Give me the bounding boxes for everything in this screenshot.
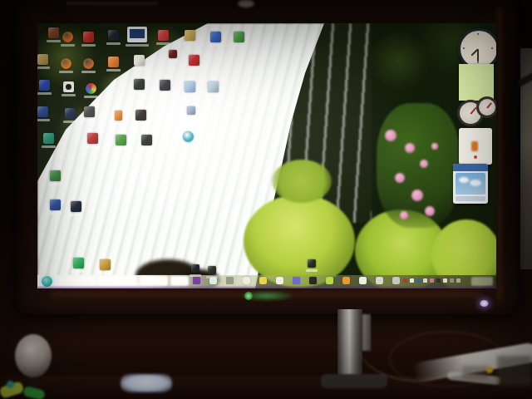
desk-clutter <box>462 366 489 379</box>
taskbar-fringe <box>37 287 496 288</box>
desktop-icon[interactable] <box>73 258 84 268</box>
desktop-icon-label <box>126 44 149 47</box>
desktop-icon[interactable] <box>43 133 54 144</box>
bezel-edge-highlight <box>497 8 502 299</box>
desktop-icon[interactable] <box>63 81 74 92</box>
tray-icon[interactable] <box>436 278 441 283</box>
window-thumbnail <box>130 29 145 38</box>
desktop-icon[interactable] <box>83 32 94 42</box>
weather-forecast-strip <box>456 196 485 201</box>
desktop-icon-label <box>81 44 96 47</box>
desktop-icon[interactable] <box>61 58 71 69</box>
desktop-icon[interactable] <box>116 135 126 145</box>
desktop-icon-label <box>86 145 100 148</box>
meter-needle <box>486 102 492 108</box>
desktop-icon-label <box>106 69 121 71</box>
desktop-icon[interactable] <box>84 106 95 117</box>
monitor-stand-base <box>321 374 387 388</box>
desktop-icon[interactable] <box>187 106 195 115</box>
weather-gadget[interactable] <box>453 164 488 204</box>
desktop-icon[interactable] <box>208 266 216 274</box>
desktop-icon[interactable] <box>108 30 119 41</box>
desktop-icon-label <box>37 119 50 121</box>
desktop-icon[interactable] <box>100 259 111 270</box>
weather-title-bar <box>453 164 488 171</box>
tray-icon[interactable] <box>416 278 421 283</box>
desktop-icon[interactable] <box>115 111 122 121</box>
desktop-icon-label <box>37 92 52 95</box>
desktop-icon-label <box>71 270 86 273</box>
desktop-icon[interactable] <box>37 54 48 65</box>
desktop-icon-label <box>181 144 195 146</box>
desktop-icon-label <box>42 145 56 148</box>
desktop-icon[interactable] <box>210 32 221 42</box>
desktop-icon[interactable] <box>185 30 195 41</box>
desktop-icon[interactable] <box>83 58 94 69</box>
desktop-icon-label <box>158 92 172 95</box>
glossy-object <box>121 374 172 392</box>
desktop-icon[interactable] <box>127 27 147 42</box>
cloud-icon <box>459 177 469 183</box>
desktop-icon[interactable] <box>108 57 119 67</box>
clock-tick <box>477 62 479 63</box>
desktop-icon[interactable] <box>141 135 152 145</box>
desktop-icon[interactable] <box>39 80 50 91</box>
tray-icon[interactable] <box>456 278 461 283</box>
monitor-logo-icon <box>244 292 253 300</box>
taskbar-clock[interactable] <box>471 277 493 286</box>
desktop-icon-label <box>37 66 50 69</box>
desktop-icon-label <box>134 122 148 125</box>
desktop-icon[interactable] <box>50 170 61 181</box>
desktop-icon[interactable] <box>158 30 169 41</box>
desktop-icon[interactable] <box>62 32 73 42</box>
desktop-icon[interactable] <box>50 200 61 210</box>
meter-needle <box>470 107 476 115</box>
desktop-icon[interactable] <box>37 106 48 117</box>
desktop-icon-label <box>98 272 112 274</box>
desktop-icon[interactable] <box>169 50 177 58</box>
desktop-icon-label <box>48 212 62 214</box>
desktop-icon[interactable] <box>87 133 98 144</box>
sticky-note-gadget[interactable] <box>459 64 494 101</box>
desktop-icon[interactable] <box>234 32 244 42</box>
desktop-icon[interactable] <box>134 79 145 90</box>
desktop-icon-label <box>84 96 98 98</box>
desktop-icon[interactable] <box>135 110 146 121</box>
tray-icon[interactable] <box>450 278 454 283</box>
desktop-icon-label <box>113 122 124 125</box>
desktop-icon[interactable] <box>134 55 145 66</box>
desktop-icon[interactable] <box>208 81 219 92</box>
desktop-icon-label <box>69 214 83 216</box>
tray-icon[interactable] <box>443 278 447 283</box>
desktop-icon-label <box>59 71 73 73</box>
desktop-icon[interactable] <box>160 80 170 91</box>
clock-minute-hand <box>477 49 479 62</box>
monitor-screen <box>37 23 496 288</box>
meter-gadget-dial[interactable] <box>476 96 496 118</box>
desktop-icon[interactable] <box>71 201 81 212</box>
desktop-icon-label <box>187 67 201 70</box>
bezel-reflection <box>66 2 158 5</box>
desktop-icon[interactable] <box>191 264 200 273</box>
tray-icon[interactable] <box>423 278 427 283</box>
desktop-icon-label <box>185 116 197 119</box>
desktop-icon[interactable] <box>48 27 59 38</box>
clock-tick <box>477 33 479 35</box>
tray-icon[interactable] <box>430 278 434 283</box>
desktop-icon-label <box>306 269 318 272</box>
desktop-icon-label <box>114 147 128 150</box>
desktop-icon[interactable] <box>65 108 76 119</box>
round-speaker <box>15 334 52 377</box>
desktop-icon[interactable] <box>189 55 200 66</box>
calendar-gadget[interactable] <box>459 128 492 165</box>
desktop-icon-label <box>183 94 197 96</box>
tray-icon[interactable] <box>410 278 414 283</box>
bezel-reflection <box>238 0 254 7</box>
desktop-icon[interactable] <box>185 81 195 92</box>
clock-tick <box>463 47 465 49</box>
desktop-icon[interactable] <box>86 83 96 94</box>
desktop-icon[interactable] <box>308 259 316 268</box>
tray-icon[interactable] <box>403 278 407 283</box>
desktop-icon[interactable] <box>183 131 194 142</box>
desktop-icon-label <box>232 44 246 47</box>
